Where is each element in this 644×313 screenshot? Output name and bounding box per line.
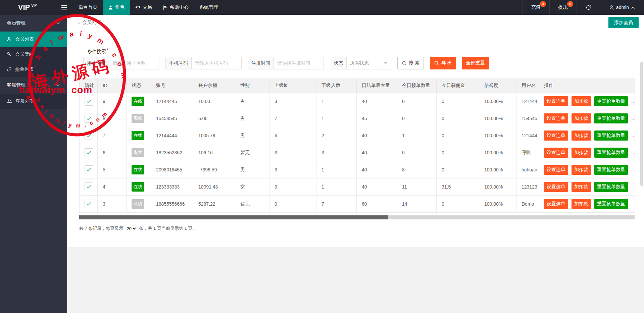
page-size-select[interactable]: 20	[125, 225, 137, 232]
table-row: 6离线1823552362106.16暂无334000100.00%呼唤设置连单…	[80, 144, 635, 161]
table-row: 5在线2098018455-7396.59男314080100.00%huhua…	[80, 161, 635, 178]
gender-cell: 男	[235, 161, 269, 178]
horizontal-scrollbar[interactable]	[79, 215, 635, 219]
more-actions-button[interactable]: ...	[631, 184, 635, 189]
sidebar-group-service-management[interactable]: 客服管理	[0, 77, 67, 94]
set-series-order-button[interactable]: 设置连单	[544, 182, 568, 192]
page: { "colors": { "accent_teal": "#009688", …	[0, 0, 644, 313]
person-icon	[108, 5, 113, 10]
row-checkbox[interactable]	[85, 182, 93, 191]
add-deduct-button[interactable]: 加扣款	[572, 199, 591, 209]
set-series-order-button[interactable]: 设置连单	[544, 148, 568, 158]
phone-input[interactable]	[192, 57, 241, 69]
add-deduct-button[interactable]: 加扣款	[572, 148, 591, 158]
balance-cell: 5287.22	[193, 196, 235, 213]
today-commission-cell: 31.5	[437, 178, 479, 196]
status-cell: 离线	[127, 110, 151, 127]
today-commission-cell: 0	[437, 144, 479, 161]
sidebar-item-member-level[interactable]: 会员等级	[0, 47, 67, 62]
sidebar-group-member-management[interactable]: 会员管理	[0, 15, 67, 32]
gender-cell: 暂无	[235, 144, 269, 161]
users-icon	[7, 99, 12, 104]
account-cell: 2098018455	[151, 161, 193, 178]
refresh-icon	[586, 5, 591, 10]
add-deduct-button[interactable]: 加扣款	[572, 96, 591, 106]
nav-item-help-center[interactable]: 帮助中心	[157, 0, 194, 15]
user-menu[interactable]: admin	[600, 0, 644, 15]
sidebar-item-grab-order-list[interactable]: 抢单列表	[0, 62, 67, 77]
add-deduct-button[interactable]: 加扣款	[572, 113, 591, 123]
export-button[interactable]: 导 出	[430, 57, 456, 69]
set-series-order-button[interactable]: 设置连单	[544, 131, 568, 141]
table-row: 8离线154545455.00男714500100.00%154545设置连单加…	[80, 110, 635, 127]
sidebar-item-member-list[interactable]: 会员列表	[0, 32, 67, 47]
recharge-button[interactable]: 充值 0	[522, 0, 549, 15]
member-table: 清针ID状态账号账户余额性别上级id下级人数日结单最大量今日接单数量今日获佣金信…	[79, 78, 635, 213]
add-deduct-button[interactable]: 加扣款	[572, 131, 591, 141]
credit-cell: 100.00%	[479, 144, 516, 161]
nav-item-roles[interactable]: 角色	[103, 0, 130, 15]
nav-item-system[interactable]: 系统管理	[194, 0, 224, 15]
subordinates-cell: 1	[316, 93, 357, 110]
status-badge: 在线	[132, 97, 144, 106]
reset-grab-count-button[interactable]: 重置抢单数量	[594, 165, 628, 175]
reset-grab-count-button[interactable]: 重置抢单数量	[594, 131, 628, 141]
more-actions-button[interactable]: ...	[631, 98, 635, 104]
balance-cell: -7396.59	[193, 161, 235, 178]
set-series-order-button[interactable]: 设置连单	[544, 113, 568, 123]
add-deduct-button[interactable]: 加扣款	[572, 165, 591, 175]
nav-item-dashboard[interactable]: 后台首页	[73, 0, 103, 15]
reset-grab-count-button[interactable]: 重置抢单数量	[594, 182, 628, 192]
column-header: 日结单最大量	[357, 78, 397, 93]
horizontal-scrollbar-thumb[interactable]	[79, 215, 388, 219]
more-actions-button[interactable]: ...	[631, 150, 635, 155]
more-actions-button[interactable]: ...	[631, 167, 635, 172]
more-actions-button[interactable]: ...	[631, 115, 635, 121]
today-orders-cell: 8	[397, 161, 437, 178]
username-cell: 121444	[516, 93, 539, 110]
set-series-order-button[interactable]: 设置连单	[544, 96, 568, 106]
row-checkbox[interactable]	[85, 165, 93, 174]
logo-text: VIP	[18, 3, 30, 12]
credit-cell: 100.00%	[479, 93, 516, 110]
row-checkbox[interactable]	[85, 200, 93, 208]
row-checkbox[interactable]	[85, 148, 93, 157]
set-series-order-button[interactable]: 设置连单	[544, 199, 568, 209]
account-cell: 12144445	[151, 93, 193, 110]
vertical-scrollbar-thumb[interactable]	[640, 62, 643, 186]
reset-grab-count-button[interactable]: 重置抢单数量	[594, 199, 628, 209]
status-select[interactable]: 所有状态	[347, 57, 391, 69]
withdraw-button[interactable]: 提现 0	[549, 0, 577, 15]
column-header: 上级id	[269, 78, 316, 93]
add-member-button[interactable]: 添加会员	[608, 17, 639, 28]
more-actions-button[interactable]: ...	[631, 201, 635, 206]
more-actions-button[interactable]: ...	[631, 133, 635, 138]
row-checkbox[interactable]	[85, 131, 93, 140]
username-cell: 123123	[516, 178, 539, 196]
checkbox-cell	[80, 196, 98, 213]
column-header: 今日接单数量	[397, 78, 437, 93]
search-row: 用户名称 手机号码 注册时间 状态 所有状态	[79, 55, 634, 69]
check-icon	[86, 185, 92, 189]
set-series-order-button[interactable]: 设置连单	[544, 165, 568, 175]
add-deduct-button[interactable]: 加扣款	[572, 182, 591, 192]
refresh-button[interactable]	[577, 0, 600, 15]
sidebar-item-service-list[interactable]: 客服列表	[0, 94, 67, 109]
row-checkbox[interactable]	[85, 114, 93, 123]
row-checkbox[interactable]	[85, 97, 93, 106]
reset-grab-count-button[interactable]: 重置抢单数量	[594, 96, 628, 106]
search-button[interactable]: 搜 索	[397, 57, 424, 69]
reset-grab-count-button[interactable]: 重置抢单数量	[594, 148, 628, 158]
credit-cell: 100.00%	[479, 127, 516, 144]
register-time-input[interactable]	[274, 57, 324, 69]
sidebar: 会员管理 会员列表 会员等级 抢单列表 客服管理 客服列表	[0, 15, 67, 313]
checkbox-cell	[80, 161, 98, 178]
column-header: 下级人数	[316, 78, 357, 93]
nav-item-trade[interactable]: 交易	[130, 0, 157, 15]
reset-all-button[interactable]: 全部重置	[462, 57, 489, 69]
today-orders-cell: 14	[397, 196, 437, 213]
menu-toggle-button[interactable]	[55, 0, 73, 15]
check-icon	[86, 202, 92, 206]
username-input[interactable]	[109, 57, 159, 69]
reset-grab-count-button[interactable]: 重置抢单数量	[594, 113, 628, 123]
